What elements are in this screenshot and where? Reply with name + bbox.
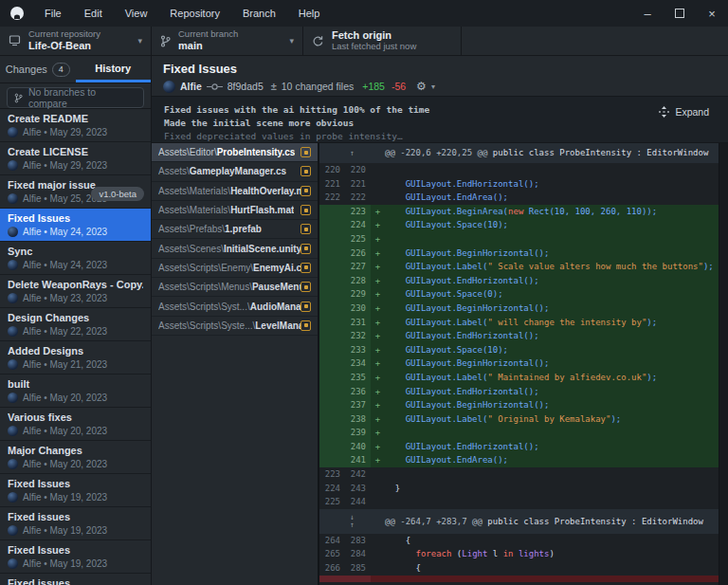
diff-line: 238+ GUILayout.Label(" Original by Kemal…	[319, 412, 728, 427]
commit-header: Fixed Issues Alfie 8f9dad5 ± 10 changed …	[152, 56, 728, 96]
branch-compare-input[interactable]: No branches to compare	[7, 87, 144, 108]
commit-icon	[207, 82, 223, 91]
maximize-button[interactable]	[664, 0, 696, 27]
menu-edit[interactable]: Edit	[73, 0, 114, 27]
code-token: GUILayout.EndHorizontal();	[385, 276, 539, 285]
diff-line: 224243 }	[319, 482, 728, 496]
commit-list-item[interactable]: Various fixesAlfie • May 20, 2023	[0, 408, 151, 441]
hunk-range: @@ -220,6 +220,25 @@	[385, 148, 487, 157]
deleted-line-partial	[319, 576, 728, 582]
line-number-old	[319, 260, 345, 274]
diff-line: 226+ GUILayout.BeginHorizontal();	[319, 247, 728, 261]
menu-repository[interactable]: Repository	[158, 0, 231, 27]
commit-list-item[interactable]: Delete WeaponRays - Copy.pngAlfie • May …	[0, 275, 151, 308]
code-token: GUILayout.BeginHorizontal();	[385, 248, 549, 258]
file-list-item[interactable]: Assets\Scripts\Syste...\LevelManager.cs	[152, 317, 318, 336]
code-token: {	[385, 563, 421, 573]
diff-marker: +	[371, 218, 385, 232]
commit-list-item[interactable]: Major ChangesAlfie • May 20, 2023	[0, 441, 151, 474]
code-token: lights	[519, 549, 550, 558]
gear-icon[interactable]: ⚙	[416, 80, 427, 93]
avatar	[8, 260, 18, 270]
file-list-item[interactable]: Assets\Materials\HealthOverlay.mat	[152, 182, 318, 201]
avatar	[8, 525, 18, 536]
chevron-down-icon: ▾	[132, 36, 142, 46]
code-token: new	[508, 207, 523, 216]
close-button[interactable]: ×	[696, 0, 728, 27]
file-list-item[interactable]: Assets\Scripts\Menus\PauseMenu.cs	[152, 278, 318, 297]
file-list-item[interactable]: Assets\Scenes\InitialScene.unity	[152, 239, 318, 258]
tab-changes[interactable]: Changes 4	[0, 56, 76, 82]
commit-list-item[interactable]: Fixed issues	[0, 574, 151, 585]
code-text: GUILayout.EndHorizontal();	[385, 329, 728, 343]
code-text	[385, 232, 728, 247]
code-token: l	[487, 549, 502, 558]
hunk-header-text: @@ -220,6 +220,25 @@ public class ProbeI…	[385, 143, 728, 163]
commit-list-item[interactable]: Fixed IssuesAlfie • May 19, 2023	[0, 540, 151, 574]
branch-selector[interactable]: Current branch main ▾	[152, 27, 303, 55]
commit-list-item[interactable]: SyncAlfie • May 24, 2023	[0, 242, 151, 275]
commit-item-meta-text: Alfie • May 19, 2023	[23, 492, 107, 503]
file-list-item[interactable]: Assets\Scripts\Enemy\EnemyAi.cs	[152, 259, 318, 278]
avatar	[8, 227, 18, 237]
avatar	[8, 393, 18, 403]
file-list-item[interactable]: Assets\Editor\ProbeIntensity.cs	[152, 143, 318, 162]
line-number-new: 222	[345, 191, 371, 205]
tab-history[interactable]: History	[76, 56, 152, 82]
commit-list-item[interactable]: Design ChangesAlfie • May 22, 2023	[0, 308, 151, 341]
menu-help[interactable]: Help	[287, 0, 332, 27]
code-token: (	[451, 549, 462, 558]
commit-list-item[interactable]: builtAlfie • May 20, 2023	[0, 375, 151, 408]
commit-list: Create READMEAlfie • May 29, 2023Create …	[0, 109, 151, 585]
line-number-old	[319, 247, 345, 261]
commit-list-item[interactable]: Fixed IssuesAlfie • May 24, 2023	[0, 209, 151, 242]
commit-list-item[interactable]: Fixed major issueAlfie • May 25, 2023v1.…	[0, 175, 151, 209]
description-line: Fixed depreciated values in probe intens…	[164, 130, 728, 143]
commit-list-item[interactable]: Added DesignsAlfie • May 21, 2023	[0, 341, 151, 375]
diff-line: 232+ GUILayout.EndHorizontal();	[319, 329, 728, 343]
commit-item-title: Create README	[8, 113, 143, 124]
commit-list-item[interactable]: Fixed IssuesAlfie • May 19, 2023	[0, 474, 151, 507]
minimize-button[interactable]: –	[631, 0, 664, 27]
line-number-new: 285	[345, 561, 371, 576]
file-list-item[interactable]: Assets\GameplayManager.cs	[152, 162, 318, 181]
line-number-new: 223	[345, 205, 371, 219]
line-number-new: 234	[345, 356, 371, 371]
file-path: Assets\Scripts\Syst...\AudioManager.cs	[158, 302, 300, 312]
code-text: GUILayout.BeginHorizontal();	[385, 356, 728, 371]
file-name: LevelManager.cs	[255, 320, 300, 331]
code-token: Rect(10, 100, 260, 110));	[523, 207, 657, 216]
expand-hunk-icons[interactable]: ↓↑	[319, 509, 385, 534]
github-desktop-window: FileEditViewRepositoryBranchHelp – × Cur…	[0, 0, 728, 585]
avatar	[8, 127, 18, 137]
line-number-new: 220	[345, 163, 371, 177]
line-number-new: 283	[345, 534, 371, 548]
code-token: GUILayout.EndHorizontal();	[385, 179, 539, 189]
commit-item-meta: Alfie • May 29, 2023	[8, 127, 143, 137]
repository-selector[interactable]: Current repository Life-Of-Bean ▾	[0, 27, 152, 55]
code-token: GUILayout.EndHorizontal();	[385, 387, 539, 396]
diff-scrollbar[interactable]	[719, 143, 728, 585]
diff-marker: +	[371, 426, 385, 440]
file-name: EnemyAi.cs	[253, 263, 300, 273]
menu-file[interactable]: File	[33, 0, 73, 27]
repository-label: Current repository	[28, 29, 100, 40]
expand-hunk-up-icon[interactable]: ↑	[319, 143, 385, 163]
file-name: HurtFlash.mat	[230, 205, 294, 215]
chevron-down-icon[interactable]: ▾	[431, 82, 435, 91]
file-list-item[interactable]: Assets\Prefabs\1.prefab	[152, 220, 318, 239]
commit-item-title: Delete WeaponRays - Copy.png	[8, 279, 143, 290]
diff-line: 237+ GUILayout.BeginHorizontal();	[319, 398, 728, 412]
file-path: Assets\Scripts\Menus\PauseMenu.cs	[158, 282, 300, 292]
file-list-item[interactable]: Assets\Scripts\Syst...\AudioManager.cs	[152, 297, 318, 316]
menu-branch[interactable]: Branch	[231, 0, 287, 27]
fetch-origin-button[interactable]: Fetch origin Last fetched just now	[303, 27, 462, 55]
commit-list-item[interactable]: Fixed issuesAlfie • May 19, 2023	[0, 507, 151, 540]
file-list-item[interactable]: Assets\Materials\HurtFlash.mat	[152, 201, 318, 220]
expand-button[interactable]: Expand	[653, 105, 715, 119]
line-number-old: 221	[319, 177, 345, 192]
menu-view[interactable]: View	[114, 0, 159, 27]
diff-line: 264283 {	[319, 534, 728, 548]
commit-list-item[interactable]: Create READMEAlfie • May 29, 2023	[0, 109, 151, 142]
commit-list-item[interactable]: Create LICENSEAlfie • May 29, 2023	[0, 142, 151, 175]
